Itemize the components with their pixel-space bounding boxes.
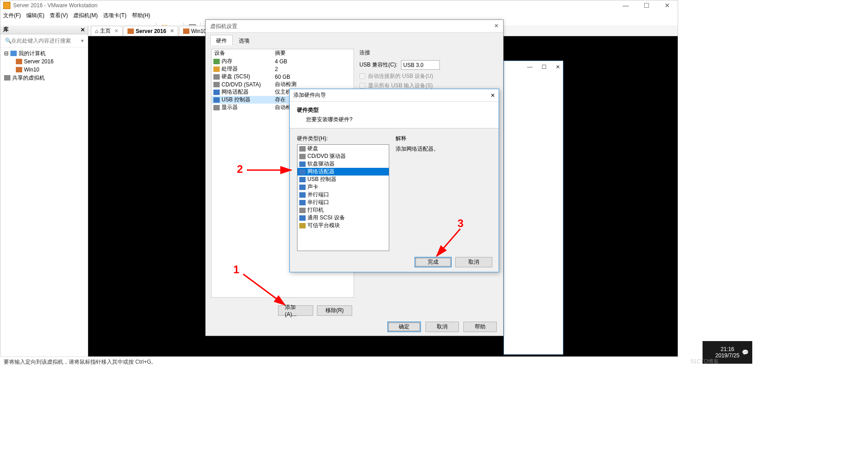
maximize-button[interactable]: ☐	[636, 0, 657, 10]
menu-help[interactable]: 帮助(H)	[132, 12, 151, 19]
hwtype-label: 串行端口	[307, 199, 329, 206]
device-name: 内存	[222, 57, 232, 65]
hwtype-icon	[299, 154, 306, 159]
hardware-type-item[interactable]: 声卡	[297, 183, 389, 191]
device-name: USB 控制器	[222, 96, 250, 104]
device-summary: 60 GB	[275, 74, 290, 80]
tab-home[interactable]: ⌂ 主页 ✕	[91, 26, 123, 36]
device-icon	[213, 82, 220, 87]
cancel-button[interactable]: 取消	[425, 322, 459, 332]
add-hardware-button[interactable]: 添加(A)...	[278, 305, 313, 316]
device-summary: 存在	[275, 96, 286, 104]
device-icon	[213, 66, 220, 72]
hardware-type-item[interactable]: 打印机	[297, 206, 389, 214]
hardware-type-label: 硬件类型(H):	[297, 135, 389, 142]
finish-button[interactable]: 完成	[415, 257, 452, 267]
explain-text: 添加网络适配器。	[396, 145, 491, 153]
title-bar: Server 2016 - VMware Workstation	[0, 0, 678, 10]
show-all-checkbox[interactable]	[359, 83, 365, 89]
device-summary: 仅主机	[275, 88, 291, 96]
hwtype-icon	[299, 185, 306, 190]
wizard-cancel-button[interactable]: 取消	[455, 257, 492, 267]
explain-label: 解释	[396, 135, 491, 142]
tree-shared[interactable]: 共享的虚拟机	[3, 74, 85, 82]
clock-date: 2019/7/25	[715, 352, 739, 359]
hwtype-icon	[299, 161, 306, 167]
menu-edit[interactable]: 编辑(E)	[26, 12, 44, 19]
settings-close-icon[interactable]: ✕	[494, 23, 499, 29]
hwtype-label: 并行端口	[307, 191, 329, 199]
wizard-body: 硬件类型(H): 硬盘CD/DVD 驱动器软盘驱动器网络适配器USB 控制器声卡…	[290, 128, 499, 257]
menu-tabs[interactable]: 选项卡(T)	[103, 12, 126, 19]
minimize-button[interactable]: —	[615, 0, 636, 10]
device-summary: 自动检测	[275, 81, 297, 88]
hardware-type-list[interactable]: 硬盘CD/DVD 驱动器软盘驱动器网络适配器USB 控制器声卡并行端口串行端口打…	[297, 144, 389, 251]
help-button[interactable]: 帮助	[463, 322, 497, 332]
expand-icon[interactable]: ⊟	[4, 50, 9, 57]
hardware-type-item[interactable]: 软盘驱动器	[297, 160, 389, 168]
tree-item-win10[interactable]: Win10	[3, 66, 85, 74]
hwtype-label: CD/DVD 驱动器	[307, 152, 346, 160]
wizard-heading: 硬件类型	[297, 106, 491, 114]
tree-item-server2016[interactable]: Server 2016	[3, 57, 85, 66]
sec-minimize-icon[interactable]: —	[527, 64, 533, 70]
menu-file[interactable]: 文件(F)	[3, 12, 21, 19]
settings-tabs: 硬件 选项	[206, 33, 503, 45]
hardware-row[interactable]: 内存4 GB	[212, 57, 354, 65]
hwtype-label: 声卡	[307, 183, 318, 191]
tab-close-icon[interactable]: ✕	[170, 28, 174, 34]
watermark: 51CTO博客	[691, 358, 719, 366]
tab-options[interactable]: 选项	[233, 35, 255, 46]
hardware-row[interactable]: 处理器2	[212, 65, 354, 73]
hardware-type-item[interactable]: USB 控制器	[297, 176, 389, 183]
device-summary: 2	[275, 66, 278, 72]
hardware-type-item[interactable]: CD/DVD 驱动器	[297, 152, 389, 160]
close-button[interactable]: ✕	[657, 0, 678, 10]
hwtype-icon	[299, 223, 306, 228]
add-hardware-wizard: 添加硬件向导 ✕ 硬件类型 您要安装哪类硬件? 硬件类型(H): 硬盘CD/DV…	[289, 89, 499, 272]
notification-icon[interactable]: 💬	[742, 349, 749, 356]
device-name: CD/DVD (SATA)	[222, 81, 261, 88]
menu-bar: 文件(F) 编辑(E) 查看(V) 虚拟机(M) 选项卡(T) 帮助(H)	[0, 10, 678, 20]
hardware-type-item[interactable]: 可信平台模块	[297, 222, 389, 229]
hardware-buttons: 添加(A)... 移除(R)	[278, 305, 352, 316]
hardware-type-item[interactable]: 并行端口	[297, 191, 389, 199]
hardware-type-item[interactable]: 硬盘	[297, 145, 389, 152]
tab-close-icon[interactable]: ✕	[114, 28, 118, 34]
usb-compat-select[interactable]: USB 3.0	[401, 60, 440, 70]
status-text: 要将输入定向到该虚拟机，请将鼠标指针移入其中或按 Ctrl+G。	[4, 359, 156, 365]
wizard-close-icon[interactable]: ✕	[491, 92, 495, 99]
menu-vm[interactable]: 虚拟机(M)	[73, 12, 98, 19]
hwtype-label: 打印机	[307, 206, 324, 214]
hardware-row[interactable]: CD/DVD (SATA)自动检测	[212, 81, 354, 88]
ok-button[interactable]: 确定	[387, 322, 421, 332]
hwtype-icon	[299, 208, 306, 213]
hardware-type-item[interactable]: 串行端口	[297, 199, 389, 206]
tab-hardware[interactable]: 硬件	[210, 35, 233, 46]
vm-icon	[183, 28, 189, 34]
hwtype-label: 通用 SCSI 设备	[307, 214, 345, 222]
auto-connect-checkbox[interactable]	[359, 73, 365, 79]
sec-close-icon[interactable]: ✕	[556, 64, 560, 70]
hardware-type-item[interactable]: 通用 SCSI 设备	[297, 214, 389, 222]
device-name: 处理器	[222, 65, 238, 73]
tab-server2016[interactable]: Server 2016 ✕	[123, 26, 178, 36]
menu-view[interactable]: 查看(V)	[50, 12, 68, 19]
section-header: 连接	[359, 49, 498, 57]
hardware-type-item[interactable]: 网络适配器	[297, 168, 389, 176]
hwtype-label: 可信平台模块	[307, 222, 340, 229]
search-dropdown-icon[interactable]: ▾	[80, 38, 85, 44]
tree-root[interactable]: ⊟ 我的计算机	[3, 49, 85, 57]
close-pane-icon[interactable]: ✕	[80, 27, 85, 33]
search-icon: 🔍	[5, 38, 12, 44]
hardware-row[interactable]: 硬盘 (SCSI)60 GB	[212, 73, 354, 81]
search-input[interactable]	[3, 36, 80, 45]
usb-compat-label: USB 兼容性(C):	[359, 61, 397, 69]
remove-hardware-button[interactable]: 移除(R)	[317, 305, 352, 316]
device-name: 显示器	[222, 104, 238, 111]
library-pane: 库 ✕ 🔍 ▾ ⊟ 我的计算机 Server 2016 Win10	[0, 25, 88, 357]
sec-maximize-icon[interactable]: ☐	[542, 64, 547, 70]
device-icon	[213, 90, 220, 95]
device-icon	[213, 74, 220, 80]
hwtype-icon	[299, 192, 306, 198]
